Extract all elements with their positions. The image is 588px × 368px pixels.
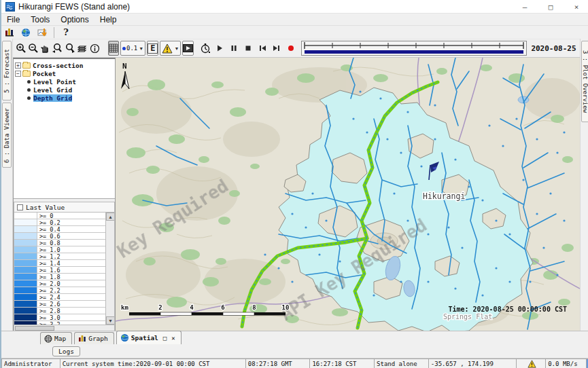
left-tab-strip: 5 : Forecast 6 : Data Viewer — [1, 39, 13, 331]
collapse-icon[interactable]: − — [15, 71, 21, 77]
svg-text:6: 6 — [221, 304, 224, 311]
legend-editor-button[interactable]: E — [147, 41, 158, 56]
warning-threshold-dropdown[interactable]: ▼ — [160, 41, 181, 56]
database-chart-icon[interactable] — [1, 26, 18, 39]
legend-threshold-label: >= 0.8 — [37, 240, 60, 246]
step-forward-button[interactable] — [272, 41, 281, 56]
status-gmt-time: 08:27:18 GMT — [245, 358, 310, 368]
legend-row[interactable]: >= 2.2 — [14, 287, 105, 294]
status-warning-cell[interactable] — [516, 358, 545, 368]
town-label: Hikurangi — [423, 191, 465, 201]
legend-row[interactable]: >= 0.6 — [14, 233, 105, 240]
animation-timer-icon[interactable] — [200, 41, 211, 56]
tab-graph[interactable]: Graph — [74, 332, 114, 344]
node-bullet-icon — [27, 96, 31, 100]
expand-icon[interactable]: + — [15, 62, 21, 69]
legend-threshold-label: >= 1.4 — [37, 260, 60, 266]
legend-row[interactable]: >= 1.2 — [14, 253, 105, 260]
hscroll-thumb[interactable] — [15, 326, 54, 331]
legend-row[interactable]: >= 0.8 — [14, 240, 105, 246]
legend-threshold-label: >= 0.4 — [37, 226, 60, 232]
zoom-previous-icon[interactable] — [52, 41, 63, 56]
zoom-in-icon[interactable] — [16, 41, 27, 56]
menu-bar: File Tools Options Help — [1, 14, 588, 26]
time-slider[interactable] — [301, 41, 527, 56]
window-title: Hikurangi FEWS (Stand alone) — [18, 2, 130, 12]
step-back-button[interactable] — [258, 41, 267, 56]
legend-row[interactable]: >= 2.4 — [14, 294, 105, 301]
legend-row[interactable]: >= 2.0 — [14, 280, 105, 287]
layers-icon[interactable] — [77, 41, 88, 56]
legend-row[interactable]: >= 3.0 — [14, 314, 105, 321]
svg-text:8: 8 — [252, 304, 256, 311]
map-globe-icon[interactable] — [18, 26, 34, 39]
tab-maximize-icon[interactable]: □ — [163, 335, 167, 342]
svg-text:km: km — [121, 304, 128, 311]
tab-close-icon[interactable]: ✕ — [171, 335, 175, 342]
tab-forecast[interactable]: 5 : Forecast — [2, 41, 12, 100]
tree-item-level-point[interactable]: Level Point — [15, 77, 115, 86]
stop-button[interactable] — [244, 41, 252, 56]
place-label: Springs Flat — [443, 313, 492, 320]
pause-button[interactable] — [230, 41, 238, 56]
grid-display-toggle[interactable] — [108, 41, 119, 56]
info-icon[interactable] — [90, 41, 100, 56]
map-time-label: Time: 2020-08-25 00:00:00 CST — [448, 306, 567, 313]
scroll-down-icon[interactable]: ▼ — [106, 316, 115, 325]
node-bullet-icon — [27, 80, 31, 84]
status-coordinates: -35.657 , 174.199 — [428, 358, 517, 368]
spatial-map[interactable]: API Key Required API Key Required N km 2… — [116, 58, 580, 331]
animation-panel-button[interactable] — [182, 41, 194, 56]
zoom-next-icon[interactable] — [65, 41, 76, 56]
menu-help[interactable]: Help — [94, 14, 122, 25]
tree-item-depth-grid[interactable]: Depth Grid — [15, 94, 115, 102]
tab-plot-overview[interactable]: 3 : Plot Overview — [581, 41, 588, 122]
legend-row[interactable]: >= 1.6 — [14, 267, 105, 274]
last-value-checkbox[interactable]: Last Value — [14, 202, 115, 213]
chevron-down-icon: ▼ — [174, 46, 179, 51]
tree-item-cross-section[interactable]: + Cross-section — [15, 61, 115, 69]
status-mode: Stand alone — [374, 358, 428, 368]
legend-threshold-label: >= 2.2 — [37, 287, 60, 293]
menu-file[interactable]: File — [1, 14, 25, 25]
legend-row[interactable]: >= 1.8 — [14, 274, 105, 280]
spatial-toolbar: 0.1 ▼ E ▼ — [1, 39, 588, 58]
tab-spatial[interactable]: Spatial □ ✕ — [116, 331, 181, 344]
legend-color-swatch — [14, 233, 37, 239]
legend-color-swatch — [14, 213, 37, 219]
app-icon — [5, 2, 15, 12]
timeseries-edit-icon[interactable] — [34, 26, 50, 39]
legend-row[interactable]: >= 0.2 — [14, 219, 105, 226]
zoom-out-icon[interactable] — [28, 41, 39, 56]
svg-text:2: 2 — [158, 304, 162, 311]
help-button[interactable]: ? — [58, 26, 74, 39]
legend-row[interactable]: >= 2.6 — [14, 301, 105, 308]
tab-map[interactable]: Map — [40, 332, 72, 344]
legend-color-swatch — [14, 253, 37, 259]
tree-item-level-grid[interactable]: Level Grid — [15, 86, 115, 94]
legend-threshold-label: >= 2.4 — [37, 294, 60, 300]
title-bar: Hikurangi FEWS (Stand alone) – □ × — [1, 0, 588, 14]
legend-color-swatch — [14, 308, 37, 314]
tab-logs[interactable]: Logs — [52, 346, 80, 356]
legend-threshold-label: >= 3.0 — [37, 314, 60, 320]
legend-threshold-label: >= 1.0 — [37, 246, 60, 253]
pan-hand-icon[interactable] — [40, 41, 50, 56]
play-button[interactable] — [215, 41, 224, 56]
minimize-button[interactable]: – — [512, 0, 538, 14]
legend-row[interactable]: >= 2.8 — [14, 308, 105, 314]
tree-item-pocket[interactable]: − Pocket — [15, 69, 115, 77]
legend-scrollbar[interactable]: ▲ ▼ — [105, 213, 114, 325]
close-button[interactable]: × — [564, 0, 588, 14]
legend-row[interactable]: >= 1.4 — [14, 260, 105, 267]
record-button[interactable] — [287, 41, 295, 56]
menu-tools[interactable]: Tools — [25, 14, 55, 25]
tab-data-viewer[interactable]: 6 : Data Viewer — [2, 103, 12, 168]
scroll-up-icon[interactable]: ▲ — [106, 213, 115, 221]
classbreak-interval-dropdown[interactable]: 0.1 ▼ — [120, 41, 145, 56]
legend-row[interactable]: >= 0.4 — [14, 226, 105, 233]
menu-options[interactable]: Options — [55, 14, 94, 25]
legend-row[interactable]: >= 1.0 — [14, 246, 105, 253]
maximize-button[interactable]: □ — [538, 0, 564, 14]
legend-row[interactable]: >= 0 — [14, 213, 105, 219]
